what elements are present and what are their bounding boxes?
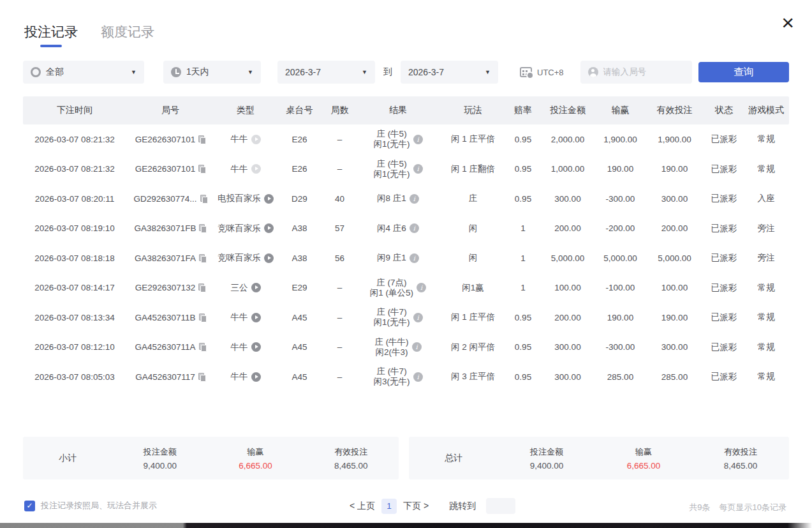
tab-quota-records[interactable]: 额度记录	[101, 23, 154, 47]
date-to-value: 2026-3-7	[408, 67, 444, 77]
valid-bet: 300.00	[644, 184, 705, 214]
round-id: GE2926307132	[135, 283, 196, 292]
prev-page-button[interactable]: < 上页	[350, 501, 375, 512]
table-header-row: 下注时间局号类型桌台号局数结果玩法赔率投注金额输赢有效投注状态游戏模式	[23, 96, 789, 124]
valid-bet: 285.00	[644, 362, 705, 392]
table-number: E29	[277, 273, 322, 303]
game-type: 三公	[231, 282, 248, 294]
time-range-select[interactable]: 1天内 ▼	[163, 61, 261, 84]
round-count: 56	[322, 243, 357, 273]
record-count-info: 共9条 每页显示10条记录	[689, 502, 786, 513]
game-type-cell: 牛牛	[214, 333, 277, 363]
status-text: 已派彩	[705, 184, 743, 214]
game-type-value: 全部	[46, 66, 64, 78]
result-text: 庄 (牛7)闲1(无牛)	[374, 307, 410, 328]
play-video-icon[interactable]	[251, 342, 261, 352]
play-video-icon[interactable]	[251, 283, 261, 292]
bet-amount: 100.00	[539, 273, 596, 303]
status-text: 已派彩	[705, 273, 743, 303]
valid-bet: 1,900.00	[644, 124, 705, 155]
date-from-picker[interactable]: 2026-3-7 ▼	[277, 61, 375, 84]
odds: 0.95	[507, 303, 539, 333]
pagination: < 上页 1 下页 > 跳转到	[350, 498, 515, 514]
tab-bet-records[interactable]: 投注记录	[24, 23, 78, 47]
win-loss: -100.00	[596, 273, 644, 303]
play-video-icon[interactable]	[251, 313, 261, 322]
play-video-icon[interactable]	[251, 372, 261, 382]
result-line: 闲1 (单公5)	[370, 288, 413, 298]
close-icon[interactable]: ×	[781, 11, 794, 33]
next-page-button[interactable]: 下页 >	[403, 501, 429, 512]
win-loss: -300.00	[596, 184, 644, 214]
result-text: 庄 (牛5)闲1(无牛)	[374, 129, 410, 149]
page-number[interactable]: 1	[381, 499, 397, 514]
result-cell: 庄 (牛5)闲1(无牛)i	[357, 155, 439, 185]
game-mode: 常规	[743, 333, 789, 363]
summary-item-label: 投注金额	[498, 446, 595, 458]
timezone-value: UTC+8	[537, 68, 564, 77]
round-id: GA38263071FB	[135, 223, 196, 233]
table-row: 2026-03-07 08:18:18GA38263071FA竞咪百家乐A385…	[23, 243, 789, 273]
status-text: 已派彩	[705, 243, 743, 273]
play-video-icon[interactable]	[251, 135, 261, 144]
copy-icon[interactable]	[199, 254, 206, 262]
merge-checkbox[interactable]: ✓	[24, 501, 35, 511]
result-text: 庄 (牛7)闲3(无牛)	[374, 366, 410, 387]
info-icon[interactable]: i	[417, 283, 426, 292]
status-text: 已派彩	[705, 124, 743, 155]
round-id: GE2626307101	[135, 135, 196, 144]
column-header: 桌台号	[277, 96, 322, 124]
result-line: 庄 (7点)	[370, 278, 413, 288]
table-row: 2026-03-07 08:21:32GE2626307101牛牛E26–庄 (…	[23, 155, 789, 185]
round-count: –	[322, 303, 357, 333]
game-type: 牛牛	[231, 342, 248, 353]
game-type-select[interactable]: 全部 ▼	[23, 61, 144, 84]
play-video-icon[interactable]	[264, 194, 274, 204]
table-row: 2026-03-07 08:05:03GA4526307117牛牛A45–庄 (…	[23, 362, 789, 392]
game-type-cell: 牛牛	[214, 362, 277, 392]
copy-icon[interactable]	[199, 313, 206, 322]
round-id-cell: GA38263071FA	[126, 243, 214, 273]
date-to-picker[interactable]: 2026-3-7 ▼	[401, 61, 498, 84]
odds: 0.95	[507, 333, 539, 363]
result-cell: 闲8 庄1i	[357, 184, 439, 214]
time-range-value: 1天内	[186, 66, 209, 78]
query-button[interactable]: 查询	[698, 62, 789, 82]
info-icon[interactable]: i	[410, 223, 419, 233]
copy-icon[interactable]	[200, 195, 207, 203]
info-icon[interactable]: i	[413, 135, 423, 144]
play-video-icon[interactable]	[264, 223, 274, 233]
game-type-cell: 牛牛	[214, 124, 277, 155]
total-label: 总计	[409, 453, 498, 464]
jump-to-input[interactable]	[486, 498, 515, 514]
play-video-icon[interactable]	[264, 253, 274, 263]
copy-icon[interactable]	[199, 343, 206, 351]
copy-icon[interactable]	[198, 135, 205, 144]
column-header: 局号	[126, 96, 214, 124]
copy-icon[interactable]	[199, 224, 206, 232]
info-icon[interactable]: i	[413, 313, 423, 322]
info-icon[interactable]: i	[413, 372, 423, 382]
round-id-cell: GA452630711B	[126, 303, 214, 333]
timezone-display[interactable]: UTC+8	[520, 67, 564, 77]
table-number: E26	[277, 124, 322, 155]
copy-icon[interactable]	[198, 165, 205, 173]
table-number: A38	[277, 243, 322, 273]
info-icon[interactable]: i	[410, 194, 419, 204]
summary-item-label: 输赢	[595, 446, 692, 458]
summary-item-label: 有效投注	[303, 446, 399, 458]
result-line: 庄 (牛牛)	[374, 337, 408, 347]
bet-time: 2026-03-07 08:05:03	[23, 362, 126, 392]
info-icon[interactable]: i	[410, 253, 419, 263]
play-video-icon[interactable]	[251, 164, 261, 174]
summary-item-value: 6,665.00	[208, 461, 304, 471]
game-mode: 旁注	[743, 214, 789, 244]
info-icon[interactable]: i	[413, 164, 423, 174]
game-mode: 常规	[743, 362, 789, 392]
copy-icon[interactable]	[198, 373, 205, 381]
table-row: 2026-03-07 08:13:34GA452630711B牛牛A45–庄 (…	[23, 303, 789, 333]
copy-icon[interactable]	[198, 283, 205, 292]
info-icon[interactable]: i	[412, 342, 422, 352]
column-header: 输赢	[596, 96, 644, 124]
round-search-input[interactable]: 请输入局号	[580, 61, 692, 84]
